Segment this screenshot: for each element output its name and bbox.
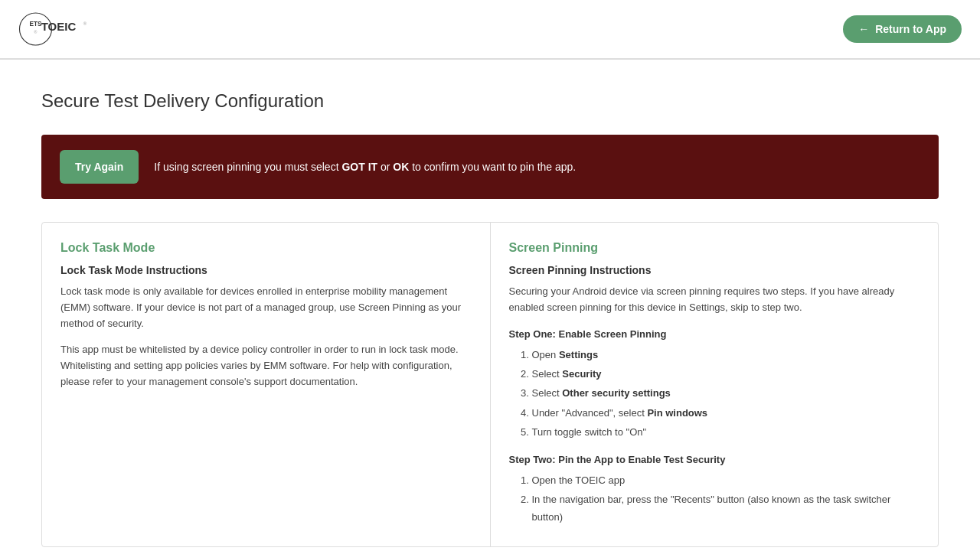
ets-toeic-logo: ETS ® TOEIC ® [18,6,87,52]
return-to-app-button[interactable]: ← Return to App [843,15,962,43]
lock-task-body1: Lock task mode is only available for dev… [60,284,472,331]
page-title: Secure Test Delivery Configuration [41,90,939,112]
step-two-list: Open the TOEIC app In the navigation bar… [509,471,920,527]
arrow-left-icon: ← [858,23,869,35]
page-header: ETS ® TOEIC ® ← Return to App [0,0,980,60]
warning-text-before: If using screen pinning you must select [154,161,341,173]
svg-text:ETS: ETS [29,21,42,28]
warning-message: If using screen pinning you must select … [154,159,576,175]
list-item: Under "Advanced", select Pin windows [532,404,920,422]
screen-pinning-column: Screen Pinning Screen Pinning Instructio… [491,223,939,546]
screen-pinning-subtitle: Screen Pinning Instructions [509,264,920,276]
try-again-button[interactable]: Try Again [60,150,139,184]
security-bold: Security [562,368,601,380]
svg-text:®: ® [34,30,38,34]
list-item: In the navigation bar, press the "Recent… [532,491,920,527]
list-item: Turn toggle switch to "On" [532,423,920,441]
warning-box: Try Again If using screen pinning you mu… [41,135,939,199]
list-item: Open Settings [532,346,920,364]
pin-windows-bold: Pin windows [647,407,707,419]
logo-container: ETS ® TOEIC ® [18,6,87,52]
lock-task-column: Lock Task Mode Lock Task Mode Instructio… [42,223,491,546]
warning-text-between: or [377,161,393,173]
list-item: Select Security [532,365,920,383]
lock-task-subtitle: Lock Task Mode Instructions [60,264,472,276]
lock-task-title: Lock Task Mode [60,241,472,255]
svg-text:®: ® [83,21,87,26]
ok-text: OK [393,161,409,173]
list-item: Select Other security settings [532,384,920,402]
main-content: Secure Test Delivery Configuration Try A… [0,60,980,551]
list-item: Open the TOEIC app [532,471,920,489]
warning-text-after: to confirm you want to pin the app. [409,161,576,173]
screen-pinning-intro: Securing your Android device via screen … [509,284,920,316]
lock-task-body2: This app must be whitelisted by a device… [60,342,472,390]
got-it-text: GOT IT [341,161,377,173]
svg-text:TOEIC: TOEIC [41,20,77,33]
step-one-heading: Step One: Enable Screen Pinning [509,328,920,340]
screen-pinning-title: Screen Pinning [509,241,920,255]
two-columns-container: Lock Task Mode Lock Task Mode Instructio… [41,222,939,547]
step-two-heading: Step Two: Pin the App to Enable Test Sec… [509,454,920,465]
return-btn-label: Return to App [875,23,946,35]
settings-bold: Settings [559,349,598,360]
other-security-bold: Other security settings [562,387,671,399]
step-one-list: Open Settings Select Security Select Oth… [509,346,920,442]
